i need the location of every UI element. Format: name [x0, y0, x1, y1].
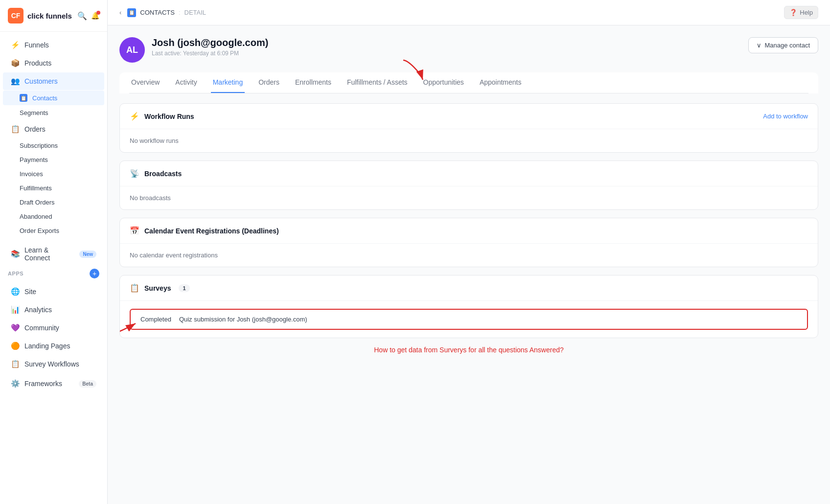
sidebar-subitem-subscriptions[interactable]: Subscriptions: [0, 138, 107, 153]
sidebar-item-label: Community: [24, 324, 59, 332]
surveys-header: 📋 Surveys 1: [120, 275, 818, 301]
sidebar-subitem-abandoned[interactable]: Abandoned: [0, 209, 107, 224]
tab-enrollments[interactable]: Enrollments: [293, 72, 333, 93]
sidebar-item-analytics[interactable]: 📊 Analytics: [3, 301, 104, 319]
sidebar-subitem-label: Payments: [20, 156, 48, 163]
annotation-question: How to get data from Surverys for all th…: [119, 346, 818, 354]
sidebar-subitem-fulfillments[interactable]: Fulfillments: [0, 181, 107, 195]
calendar-events-card: 📅 Calendar Event Registrations (Deadline…: [119, 218, 818, 267]
sidebar-item-label: Orders: [24, 125, 46, 133]
contact-name: Josh (josh@google.com): [152, 37, 748, 48]
tab-opportunities[interactable]: Opportunities: [421, 72, 466, 93]
sidebar-item-products[interactable]: 📦 Products: [3, 54, 104, 72]
add-app-button[interactable]: +: [90, 269, 99, 278]
contacts-icon: 📋: [20, 94, 27, 102]
landing-pages-icon: 🟠: [11, 342, 20, 350]
survey-annotation-area: Completed Quiz submission for Josh (josh…: [130, 309, 808, 330]
manage-contact-button[interactable]: ∨ Manage contact: [748, 37, 818, 53]
breadcrumb-section[interactable]: CONTACTS: [140, 9, 175, 16]
sidebar-item-orders[interactable]: 📋 Orders: [3, 120, 104, 138]
sidebar-subitem-label: Fulfillments: [20, 184, 52, 192]
chevron-down-icon: ∨: [757, 42, 761, 49]
tab-marketing[interactable]: Marketing: [211, 72, 245, 93]
breadcrumb-separator: :: [179, 9, 181, 16]
sidebar-item-survey-workflows[interactable]: 📋 Survey Workflows: [3, 355, 104, 373]
sidebar-subitem-label: Draft Orders: [20, 199, 55, 206]
sidebar-item-community[interactable]: 💜 Community: [3, 319, 104, 337]
sidebar-subitem-draft-orders[interactable]: Draft Orders: [0, 195, 107, 209]
sidebar-subitem-contacts[interactable]: 📋 Contacts: [3, 91, 104, 105]
workflow-runs-title: ⚡ Workflow Runs: [130, 112, 194, 121]
notification-dot: [96, 11, 100, 15]
workflow-runs-header: ⚡ Workflow Runs Add to workflow: [120, 104, 818, 129]
search-icon[interactable]: 🔍: [77, 11, 87, 21]
surveys-icon: 📋: [130, 283, 139, 293]
main-content: ‹ 📋 CONTACTS : DETAIL ❓ Help AL Josh (jo…: [108, 0, 830, 504]
calendar-events-body: No calendar event registrations: [120, 244, 818, 267]
survey-workflows-icon: 📋: [11, 360, 20, 368]
sidebar-item-funnels[interactable]: ⚡ Funnels: [3, 36, 104, 54]
tab-fulfillments-assets[interactable]: Fulfillments / Assets: [345, 72, 410, 93]
sidebar-item-learn-connect[interactable]: 📚 Learn & Connect New: [3, 242, 104, 266]
site-icon: 🌐: [11, 287, 20, 296]
sidebar-item-label: Analytics: [24, 306, 52, 314]
sidebar-subitem-order-exports[interactable]: Order Exports: [0, 224, 107, 238]
topbar: ‹ 📋 CONTACTS : DETAIL ❓ Help: [108, 0, 830, 25]
survey-row[interactable]: Completed Quiz submission for Josh (josh…: [130, 309, 808, 330]
sidebar-item-label: Funnels: [24, 41, 49, 49]
sidebar-item-label: Survey Workflows: [24, 360, 79, 368]
calendar-events-title: 📅 Calendar Event Registrations (Deadline…: [130, 226, 279, 235]
app-logo: CF: [8, 8, 23, 23]
community-icon: 💜: [11, 323, 20, 332]
sidebar-subitem-label: Invoices: [20, 170, 43, 178]
sidebar-subitem-payments[interactable]: Payments: [0, 153, 107, 167]
tabs-container: Overview Activity Marketing Orders Enrol…: [119, 72, 818, 93]
sidebar-subitem-label: Abandoned: [20, 213, 52, 220]
sidebar-item-label: Products: [24, 59, 51, 67]
sidebar-subitem-label: Subscriptions: [20, 142, 58, 149]
contact-info: Josh (josh@google.com) Last active: Yest…: [152, 37, 748, 57]
tab-overview[interactable]: Overview: [129, 72, 161, 93]
notifications-icon[interactable]: 🔔: [91, 12, 99, 20]
broadcasts-icon: 📡: [130, 169, 139, 178]
breadcrumb: ‹ 📋 CONTACTS : DETAIL: [119, 8, 206, 17]
tab-appointments[interactable]: Appointments: [478, 72, 524, 93]
learn-connect-badge: New: [79, 251, 96, 258]
sidebar-item-frameworks[interactable]: ⚙️ Frameworks Beta: [3, 375, 104, 392]
workflow-runs-body: No workflow runs: [120, 129, 818, 152]
calendar-events-empty: No calendar event registrations: [130, 252, 218, 259]
header-icons: 🔍 🔔: [77, 11, 99, 21]
back-button[interactable]: ‹: [119, 9, 121, 16]
customers-icon: 👥: [11, 77, 20, 86]
frameworks-icon: ⚙️: [11, 379, 20, 388]
sidebar-subitem-label: Order Exports: [20, 227, 59, 234]
sidebar-subitem-invoices[interactable]: Invoices: [0, 167, 107, 181]
sidebar-subitem-segments[interactable]: Segments: [0, 106, 107, 120]
sidebar-subitem-label: Segments: [20, 109, 48, 116]
sidebar-item-label: Frameworks: [24, 380, 62, 388]
sidebar-header: CF click funnels 🔍 🔔: [0, 0, 107, 32]
add-to-workflow-button[interactable]: Add to workflow: [763, 113, 808, 120]
content-area: AL Josh (josh@google.com) Last active: Y…: [108, 25, 830, 504]
tab-orders[interactable]: Orders: [256, 72, 281, 93]
frameworks-badge: Beta: [79, 380, 96, 388]
broadcasts-title: 📡 Broadcasts: [130, 169, 182, 178]
sidebar-item-landing-pages[interactable]: 🟠 Landing Pages: [3, 337, 104, 355]
analytics-icon: 📊: [11, 305, 20, 314]
surveys-card: 📋 Surveys 1 Completed Quiz submission fo…: [119, 275, 818, 338]
sidebar-item-label: Customers: [24, 77, 58, 85]
learn-connect-icon: 📚: [11, 250, 20, 258]
sidebar-item-customers[interactable]: 👥 Customers: [3, 72, 104, 90]
broadcasts-header: 📡 Broadcasts: [120, 161, 818, 186]
apps-section-header: APPS +: [0, 267, 107, 282]
tab-activity[interactable]: Activity: [173, 72, 199, 93]
manage-contact-label: Manage contact: [764, 42, 810, 49]
broadcasts-card: 📡 Broadcasts No broadcasts: [119, 160, 818, 210]
workflow-runs-icon: ⚡: [130, 112, 139, 121]
funnels-icon: ⚡: [11, 41, 20, 49]
calendar-events-header: 📅 Calendar Event Registrations (Deadline…: [120, 218, 818, 244]
sidebar-item-label: Learn & Connect: [24, 246, 74, 262]
help-button[interactable]: ❓ Help: [784, 6, 818, 19]
sidebar-subitem-label: Contacts: [32, 94, 57, 102]
sidebar-item-site[interactable]: 🌐 Site: [3, 283, 104, 300]
